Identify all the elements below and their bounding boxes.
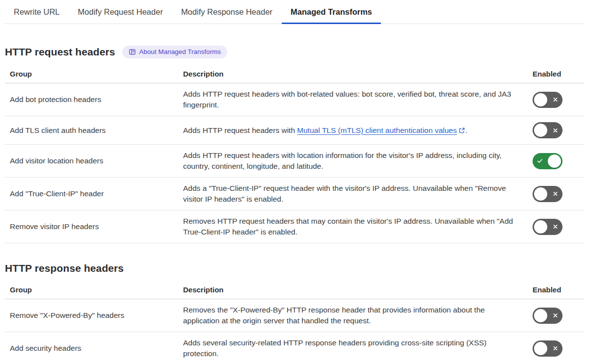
column-header-description: Description <box>183 283 533 299</box>
column-header-enabled: Enabled <box>533 67 584 83</box>
row-description: Adds a "True-Client-IP" request header w… <box>183 178 533 210</box>
check-icon <box>536 158 543 164</box>
toggle-knob <box>548 155 561 168</box>
about-managed-transforms-label: About Managed Transforms <box>139 48 221 55</box>
column-header-group: Group <box>5 283 183 299</box>
response-headers-title: HTTP response headers <box>5 262 124 274</box>
response-headers-section-head: HTTP response headers <box>5 262 584 274</box>
row-description: Adds HTTP request headers with location … <box>183 145 533 177</box>
x-icon <box>552 345 559 352</box>
tab-managed-transforms[interactable]: Managed Transforms <box>282 0 381 24</box>
tab-modify-request-header[interactable]: Modify Request Header <box>69 0 172 24</box>
table-row-add-security-headers: Add security headers Adds several securi… <box>5 332 584 364</box>
x-icon <box>552 224 559 230</box>
book-icon <box>129 49 136 55</box>
x-icon <box>552 191 559 197</box>
table-row-add-true-client-ip-header: Add "True-Client-IP" header Adds a "True… <box>5 178 584 210</box>
x-icon <box>552 97 559 103</box>
row-group-label: Add bot protection headers <box>5 90 183 109</box>
row-description: Adds HTTP request headers with bot-relat… <box>183 83 533 116</box>
row-description: Removes HTTP request headers that may co… <box>183 210 533 243</box>
column-header-enabled: Enabled <box>533 283 584 299</box>
request-headers-title: HTTP request headers <box>5 46 115 58</box>
toggle-add-bot-protection-headers[interactable] <box>533 92 562 108</box>
managed-transforms-page: Rewrite URL Modify Request Header Modify… <box>0 0 589 364</box>
row-description: Adds several security-related HTTP respo… <box>183 332 533 364</box>
request-table-header: Group Description Enabled <box>5 67 584 83</box>
tab-modify-response-header[interactable]: Modify Response Header <box>172 0 281 24</box>
mtls-authentication-values-link[interactable]: Mutual TLS (mTLS) client authentication … <box>297 126 465 134</box>
column-header-group: Group <box>5 67 183 83</box>
response-headers-table: Group Description Enabled Remove "X-Powe… <box>5 283 584 364</box>
x-icon <box>552 127 559 133</box>
row-description: Removes the "X-Powered-By" HTTP response… <box>183 299 533 332</box>
table-row-add-bot-protection-headers: Add bot protection headers Adds HTTP req… <box>5 83 584 116</box>
table-row-add-tls-client-auth-headers: Add TLS client auth headers Adds HTTP re… <box>5 116 584 145</box>
column-header-description: Description <box>183 67 533 83</box>
toggle-knob <box>534 220 547 234</box>
table-row-remove-x-powered-by-headers: Remove "X-Powered-By" headers Removes th… <box>5 299 584 332</box>
response-table-header: Group Description Enabled <box>5 283 584 299</box>
toggle-add-true-client-ip-header[interactable] <box>533 186 562 202</box>
toggle-add-security-headers[interactable] <box>533 340 562 357</box>
toggle-knob <box>534 342 547 355</box>
transform-rules-tabbar: Rewrite URL Modify Request Header Modify… <box>5 0 584 24</box>
request-headers-section-head: HTTP request headers About Managed Trans… <box>5 46 584 58</box>
row-group-label: Add visitor location headers <box>5 152 183 170</box>
row-group-label: Remove visitor IP headers <box>5 217 183 236</box>
row-group-label: Add TLS client auth headers <box>5 121 183 140</box>
toggle-remove-visitor-ip-headers[interactable] <box>533 219 562 235</box>
toggle-add-visitor-location-headers[interactable] <box>533 153 562 169</box>
table-row-add-visitor-location-headers: Add visitor location headers Adds HTTP r… <box>5 145 584 178</box>
external-link-icon <box>458 127 465 134</box>
about-managed-transforms-badge[interactable]: About Managed Transforms <box>122 46 228 58</box>
toggle-remove-x-powered-by-headers[interactable] <box>533 308 562 324</box>
toggle-knob <box>534 124 547 137</box>
toggle-knob <box>534 187 547 201</box>
x-icon <box>552 312 559 319</box>
request-headers-table: Group Description Enabled Add bot protec… <box>5 67 584 243</box>
toggle-knob <box>534 309 547 322</box>
table-row-remove-visitor-ip-headers: Remove visitor IP headers Removes HTTP r… <box>5 210 584 243</box>
row-group-label: Add "True-Client-IP" header <box>5 184 183 203</box>
toggle-add-tls-client-auth-headers[interactable] <box>533 122 562 138</box>
row-description: Adds HTTP request headers with Mutual TL… <box>183 120 533 141</box>
tab-rewrite-url[interactable]: Rewrite URL <box>5 0 69 24</box>
row-group-label: Add security headers <box>5 339 183 358</box>
toggle-knob <box>534 93 547 106</box>
row-group-label: Remove "X-Powered-By" headers <box>5 306 183 325</box>
